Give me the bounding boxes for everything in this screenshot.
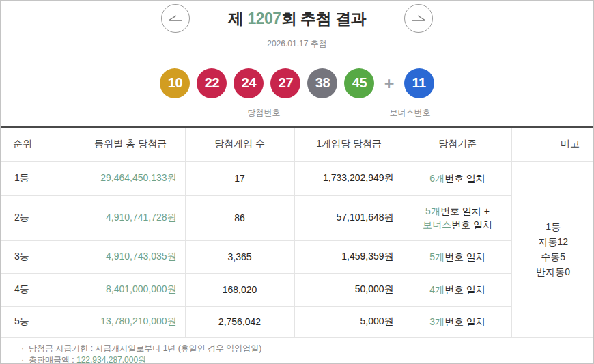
remarks-line: 반자동0 [512, 264, 594, 279]
previous-round-button[interactable] [161, 4, 190, 33]
header-prize-per-game: 1게임당 당첨금 [294, 127, 404, 161]
payment-deadline-note: ·당첨금 지급기한 : 지급개시일로부터 1년 (휴일인 경우 익영업일) [21, 343, 593, 354]
lotto-balls-row: 102224273845 + 11 [1, 68, 593, 98]
footer-notes: ·당첨금 지급기한 : 지급개시일로부터 1년 (휴일인 경우 익영업일) ·총… [1, 338, 593, 364]
rank-cell: 5등 [1, 306, 76, 337]
total-sales-amount: 122,934,287,000원 [76, 355, 146, 364]
prize-row-1: 1등29,464,450,133원171,733,202,949원6개번호 일치… [1, 161, 594, 195]
prize-table: 순위 등위별 총 당첨금 당첨게임 수 1게임당 당첨금 당첨기준 비고 1등2… [1, 126, 594, 338]
criteria-line: 3개번호 일치 [404, 315, 511, 328]
title-suffix: 회 추첨 결과 [281, 10, 366, 27]
criteria-cell: 6개번호 일치 [404, 161, 511, 195]
lotto-ball-24: 24 [234, 68, 264, 98]
result-header: 제 1207회 추첨 결과 2026.01.17 추첨 [1, 1, 593, 48]
ball-labels-row: 당첨번호 보너스번호 [1, 108, 593, 117]
total-prize-cell: 13,780,210,000원 [76, 306, 185, 337]
winning-games-cell: 86 [185, 195, 294, 240]
prize-per-game-cell: 1,459,359원 [294, 240, 404, 273]
winning-games-cell: 3,365 [185, 240, 294, 273]
bullet: · [21, 355, 24, 364]
total-sales-note: ·총판매금액 : 122,934,287,000원 [21, 354, 593, 364]
criteria-line: 5개번호 일치 [404, 250, 511, 264]
criteria-line: 5개번호 일치 + [404, 204, 511, 218]
lotto-ball-22: 22 [197, 68, 227, 98]
header-rank: 순위 [1, 127, 76, 161]
divider-line [164, 113, 231, 113]
bullet: · [21, 344, 24, 353]
plus-sign: + [384, 74, 394, 92]
rank-cell: 2등 [1, 195, 76, 240]
lotto-ball-10: 10 [160, 68, 190, 98]
round-number: 1207 [247, 10, 281, 27]
prize-table-header: 순위 등위별 총 당첨금 당첨게임 수 1게임당 당첨금 당첨기준 비고 [1, 127, 594, 161]
remarks-line: 수동5 [512, 249, 594, 264]
criteria-cell: 3개번호 일치 [404, 306, 511, 337]
bonus-ball-11: 11 [404, 68, 434, 98]
header-total-prize: 등위별 총 당첨금 [76, 127, 185, 161]
header-criteria: 당첨기준 [404, 127, 511, 161]
total-prize-cell: 4,910,743,035원 [76, 240, 185, 273]
lotto-ball-45: 45 [344, 68, 374, 98]
remarks-line: 1등 [512, 219, 594, 234]
total-prize-cell: 29,464,450,133원 [76, 161, 185, 195]
prize-per-game-cell: 5,000원 [294, 306, 404, 337]
remarks-cell: 1등자동12수동5반자동0 [511, 161, 594, 337]
winning-numbers-label: 당첨번호 [248, 107, 281, 119]
prize-row-4: 4등8,401,000,000원168,02050,000원4개번호 일치 [1, 273, 594, 306]
note-text: 당첨금 지급기한 : 지급개시일로부터 1년 (휴일인 경우 익영업일) [29, 344, 261, 353]
title-prefix: 제 [228, 10, 247, 27]
prize-table-body: 1등29,464,450,133원171,733,202,949원6개번호 일치… [1, 161, 594, 337]
lotto-draw-result-page: 제 1207회 추첨 결과 2026.01.17 추첨 102224273845… [0, 0, 594, 364]
lotto-ball-27: 27 [270, 68, 300, 98]
criteria-cell: 5개번호 일치 +보너스번호 일치 [404, 195, 511, 240]
total-prize-cell: 8,401,000,000원 [76, 273, 185, 306]
rank-cell: 1등 [1, 161, 76, 195]
divider-line [298, 113, 375, 113]
criteria-cell: 5개번호 일치 [404, 240, 511, 273]
prize-row-3: 3등4,910,743,035원3,3651,459,359원5개번호 일치 [1, 240, 594, 273]
winning-games-cell: 2,756,042 [185, 306, 294, 337]
lotto-ball-38: 38 [307, 68, 337, 98]
bonus-number-label: 보너스번호 [390, 107, 431, 119]
header-remarks: 비고 [511, 127, 594, 161]
total-prize-cell: 4,910,741,728원 [76, 195, 185, 240]
prize-per-game-cell: 50,000원 [294, 273, 404, 306]
prize-row-5: 5등13,780,210,000원2,756,0425,000원3개번호 일치 [1, 306, 594, 337]
criteria-line: 4개번호 일치 [404, 283, 511, 296]
winning-games-cell: 168,020 [185, 273, 294, 306]
winning-games-cell: 17 [185, 161, 294, 195]
criteria-line: 보너스번호 일치 [404, 218, 511, 232]
winning-numbers-group: 102224273845 [160, 68, 374, 98]
arrow-right-icon [408, 8, 429, 29]
next-round-button[interactable] [404, 4, 433, 33]
prize-per-game-cell: 1,733,202,949원 [294, 161, 404, 195]
criteria-cell: 4개번호 일치 [404, 273, 511, 306]
note-text: 총판매금액 : [29, 355, 76, 364]
prize-row-2: 2등4,910,741,728원8657,101,648원5개번호 일치 +보너… [1, 195, 594, 240]
draw-date: 2026.01.17 추첨 [1, 39, 593, 48]
prize-per-game-cell: 57,101,648원 [294, 195, 404, 240]
rank-cell: 4등 [1, 273, 76, 306]
criteria-line: 6개번호 일치 [404, 171, 511, 185]
arrow-left-icon [165, 8, 186, 29]
page-title: 제 1207회 추첨 결과 [1, 9, 593, 28]
remarks-line: 자동12 [512, 234, 594, 249]
bonus-number-group: 11 [404, 68, 434, 98]
rank-cell: 3등 [1, 240, 76, 273]
header-winning-games: 당첨게임 수 [185, 127, 294, 161]
